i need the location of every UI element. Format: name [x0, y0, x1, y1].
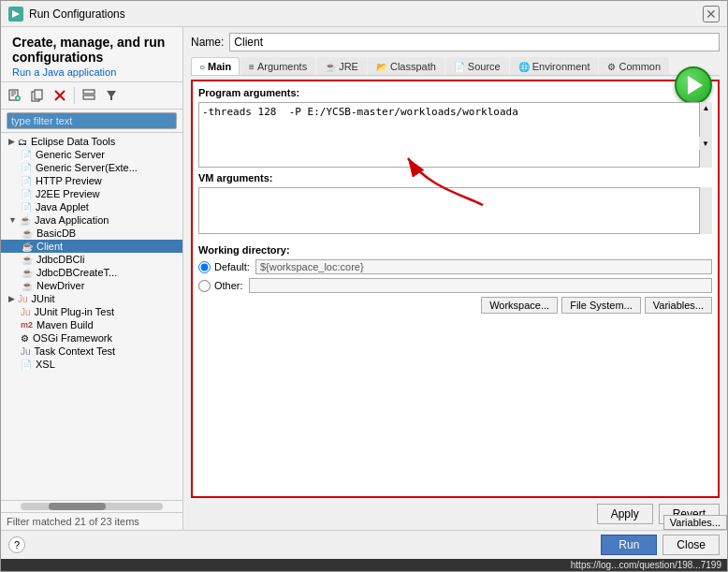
- collapse-all-button[interactable]: [79, 85, 99, 106]
- tree-item-generic-server[interactable]: 📄 Generic Server: [1, 148, 182, 161]
- dir-variables-button[interactable]: Variables...: [645, 297, 712, 314]
- tree-item-label: JUnit Plug-in Test: [35, 306, 114, 317]
- tab-label: Arguments: [257, 61, 307, 72]
- tab-environment[interactable]: 🌐 Environment: [510, 57, 599, 75]
- tree-item-label: Generic Server(Exte...: [36, 162, 138, 173]
- args-tab-icon: ≡: [249, 62, 255, 72]
- tree-item-jdbcdbcreate[interactable]: ☕ JdbcDBCreateT...: [1, 266, 182, 279]
- tab-arguments[interactable]: ≡ Arguments: [240, 57, 315, 75]
- tree-item-junit[interactable]: ▶ Ju JUnit: [1, 292, 182, 305]
- working-dir-label: Working directory:: [198, 244, 712, 256]
- tree-item-newdriver[interactable]: ☕ NewDriver: [1, 279, 182, 292]
- config-icon: 📄: [21, 163, 32, 173]
- close-button[interactable]: Close: [662, 535, 720, 555]
- tree-scroll-area: [1, 500, 182, 512]
- tree-item-j2ee-preview[interactable]: 📄 J2EE Preview: [1, 187, 182, 200]
- folder-icon: 🗂: [18, 137, 27, 147]
- apply-revert-area: Apply Revert: [191, 498, 720, 524]
- config-icon: 📄: [21, 202, 32, 213]
- config-name-input[interactable]: [229, 33, 720, 51]
- filter-input[interactable]: [7, 112, 177, 129]
- java-config-icon: ☕: [22, 228, 33, 239]
- tree-item-label: JdbcDBCli: [36, 254, 84, 265]
- java-config-icon: ☕: [22, 255, 33, 265]
- tree-item-java-applet[interactable]: 📄 Java Applet: [1, 200, 182, 213]
- tree-item-label: OSGi Framework: [33, 332, 112, 344]
- filter-configs-button[interactable]: [101, 85, 122, 106]
- xsl-icon: 📄: [21, 359, 32, 370]
- workspace-button[interactable]: Workspace...: [481, 297, 558, 314]
- tree-item-label: Maven Build: [36, 319, 94, 330]
- tree-item-label: JdbcDBCreateT...: [36, 267, 117, 278]
- run-launch-button[interactable]: [675, 66, 712, 104]
- default-radio-label: Default:: [214, 261, 250, 272]
- tree-item-label: Java Application: [35, 214, 109, 226]
- env-tab-icon: 🌐: [518, 62, 530, 72]
- expand-arrow-icon: ▶: [8, 137, 15, 146]
- svg-rect-13: [83, 95, 95, 99]
- tree-item-generic-server-ext[interactable]: 📄 Generic Server(Exte...: [1, 161, 182, 174]
- tree-item-label: Java Applet: [36, 201, 89, 213]
- duplicate-config-button[interactable]: [27, 85, 48, 106]
- svg-rect-9: [35, 90, 42, 99]
- run-configurations-window: Run Configurations ✕ Create, manage, and…: [0, 0, 728, 572]
- tree-item-task-context-test[interactable]: Ju Task Context Test: [1, 345, 182, 358]
- java-config-icon: ☕: [22, 281, 33, 291]
- apply-button[interactable]: Apply: [597, 504, 653, 524]
- window-title: Run Configurations: [29, 7, 703, 21]
- help-button[interactable]: ?: [8, 536, 25, 553]
- tab-classpath[interactable]: 📂 Classpath: [368, 57, 444, 75]
- status-text: https://log...com/question/198...7199: [571, 560, 721, 570]
- default-radio-row: Default:: [198, 259, 712, 274]
- vm-args-textarea[interactable]: [198, 187, 712, 234]
- working-dir-section: Working directory: Default: Other: Works…: [198, 244, 712, 314]
- run-button[interactable]: Run: [601, 535, 657, 555]
- program-args-label: Program arguments:: [198, 87, 712, 98]
- other-dir-input[interactable]: [249, 278, 712, 293]
- other-radio[interactable]: [198, 280, 211, 292]
- tree-item-http-preview[interactable]: 📄 HTTP Preview: [1, 174, 182, 187]
- left-toolbar: [1, 82, 182, 110]
- tree-item-client[interactable]: ☕ Client: [1, 240, 182, 253]
- tab-main[interactable]: ○ Main: [191, 57, 240, 75]
- tab-common[interactable]: ⚙ Common: [599, 57, 669, 75]
- dir-buttons: Workspace... File System... Variables...: [198, 297, 712, 314]
- tree-item-basicdb[interactable]: ☕ BasicDB: [1, 227, 182, 240]
- program-args-textarea[interactable]: -threads 128 -P E:/YCSB-master/workloads…: [198, 102, 712, 168]
- java-config-icon: ☕: [22, 268, 33, 278]
- tree-item-label: Client: [36, 241, 63, 252]
- config-icon: 📄: [21, 176, 32, 186]
- default-radio[interactable]: [198, 261, 211, 273]
- tree-item-label: NewDriver: [36, 280, 84, 291]
- tree-item-label: XSL: [36, 359, 55, 370]
- tree-item-junit-plugin[interactable]: Ju JUnit Plug-in Test: [1, 305, 182, 318]
- junit-plugin-icon: Ju: [21, 307, 31, 317]
- window-close-button[interactable]: ✕: [703, 6, 720, 22]
- vm-args-container: [198, 187, 712, 237]
- svg-marker-14: [107, 91, 116, 100]
- main-tab-icon: ○: [199, 62, 205, 72]
- tree-item-jdbcdbcli[interactable]: ☕ JdbcDBCli: [1, 253, 182, 266]
- other-radio-row: Other:: [198, 278, 712, 293]
- tab-label: JRE: [339, 61, 358, 72]
- tree-item-maven-build[interactable]: m2 Maven Build: [1, 318, 182, 331]
- right-panel: Name: ○ Main ≡ Arguments ☕ JRE 📂: [183, 27, 727, 530]
- tab-jre[interactable]: ☕ JRE: [316, 57, 367, 75]
- tree-item-java-application[interactable]: ▼ ☕ Java Application: [1, 213, 182, 227]
- tree-item-eclipse-data-tools[interactable]: ▶ 🗂 Eclipse Data Tools: [1, 135, 182, 148]
- tree-item-xsl[interactable]: 📄 XSL: [1, 358, 182, 371]
- new-config-button[interactable]: [5, 85, 25, 106]
- svg-rect-12: [83, 90, 95, 94]
- filesystem-button[interactable]: File System...: [561, 297, 641, 314]
- tree-item-label: Generic Server: [36, 149, 105, 160]
- title-bar: Run Configurations ✕: [1, 1, 727, 27]
- config-tree: ▶ 🗂 Eclipse Data Tools 📄 Generic Server …: [1, 133, 182, 500]
- page-subtitle: Run a Java application: [12, 66, 171, 78]
- status-bar: https://log...com/question/198...7199: [1, 559, 727, 571]
- tab-source[interactable]: 📄 Source: [445, 57, 509, 75]
- left-panel: Create, manage, and run configurations R…: [1, 27, 183, 530]
- delete-config-button[interactable]: [50, 85, 70, 106]
- config-tabs: ○ Main ≡ Arguments ☕ JRE 📂 Classpath 📄: [191, 57, 720, 76]
- tree-item-osgi-framework[interactable]: ⚙ OSGi Framework: [1, 331, 182, 345]
- jre-tab-icon: ☕: [325, 62, 336, 72]
